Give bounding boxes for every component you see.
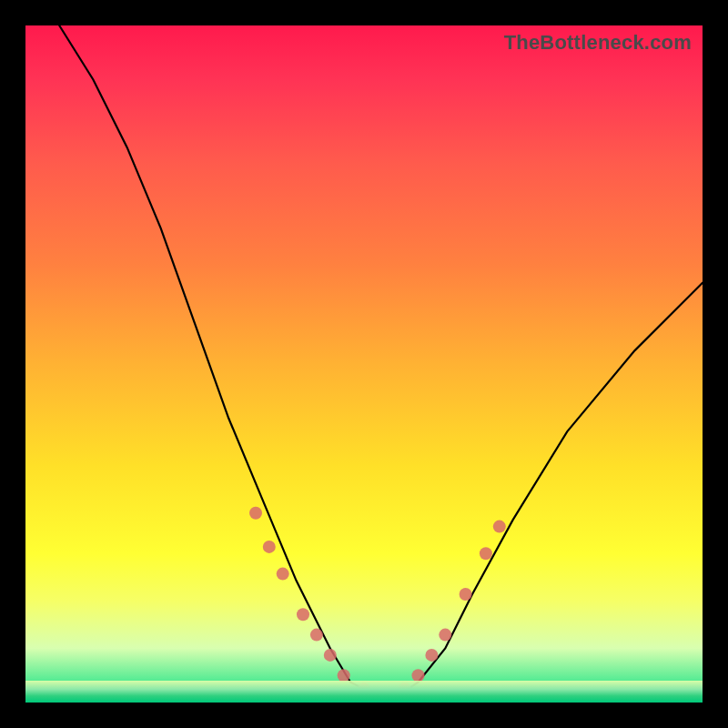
curve-layer bbox=[25, 25, 703, 703]
green-band bbox=[25, 681, 703, 703]
curve-marker bbox=[249, 507, 262, 520]
curve-marker bbox=[297, 608, 309, 621]
chart-frame: TheBottleneck.com bbox=[0, 0, 728, 728]
curve-marker bbox=[493, 521, 506, 533]
curve-marker bbox=[310, 629, 323, 642]
bottleneck-curve bbox=[59, 25, 703, 696]
curve-marker bbox=[263, 541, 276, 553]
curve-marker bbox=[425, 649, 438, 662]
plot-area: TheBottleneck.com bbox=[25, 25, 703, 703]
curve-marker bbox=[277, 568, 289, 581]
curve-marker bbox=[324, 649, 337, 662]
curve-marker bbox=[460, 588, 472, 601]
curve-marker bbox=[439, 629, 451, 642]
curve-marker bbox=[480, 547, 492, 560]
